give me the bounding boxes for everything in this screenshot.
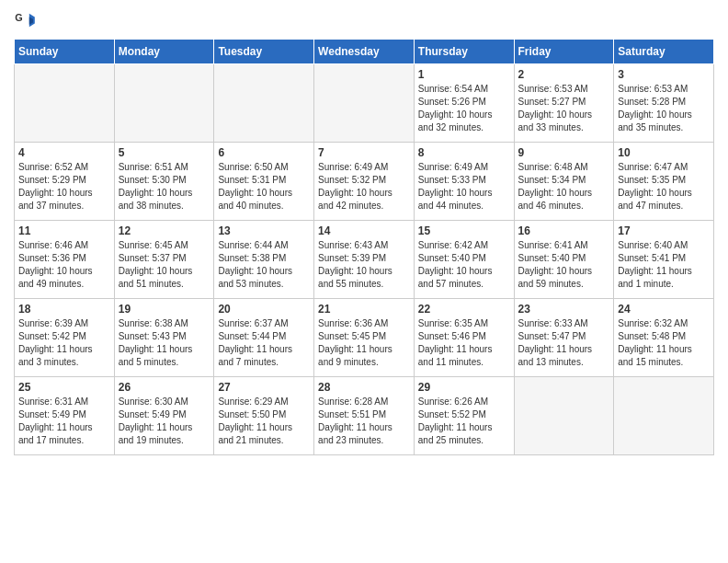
day-info: Sunrise: 6:37 AMSunset: 5:44 PMDaylight:… xyxy=(218,317,310,369)
weekday-header-monday: Monday xyxy=(114,40,214,64)
day-info: Sunrise: 6:39 AMSunset: 5:42 PMDaylight:… xyxy=(18,317,110,369)
day-info: Sunrise: 6:54 AMSunset: 5:26 PMDaylight:… xyxy=(418,83,510,134)
day-number: 27 xyxy=(218,381,310,394)
calendar-cell: 24Sunrise: 6:32 AMSunset: 5:48 PMDayligh… xyxy=(614,299,714,377)
calendar-cell: 21Sunrise: 6:36 AMSunset: 5:45 PMDayligh… xyxy=(314,299,415,377)
week-row-5: 25Sunrise: 6:31 AMSunset: 5:49 PMDayligh… xyxy=(15,377,714,455)
calendar-cell: 26Sunrise: 6:30 AMSunset: 5:49 PMDayligh… xyxy=(114,377,214,455)
day-info: Sunrise: 6:29 AMSunset: 5:50 PMDaylight:… xyxy=(218,396,310,447)
calendar-cell: 20Sunrise: 6:37 AMSunset: 5:44 PMDayligh… xyxy=(214,299,314,377)
calendar-cell: 18Sunrise: 6:39 AMSunset: 5:42 PMDayligh… xyxy=(15,299,115,377)
day-number: 22 xyxy=(418,303,510,316)
calendar-cell: 29Sunrise: 6:26 AMSunset: 5:52 PMDayligh… xyxy=(414,377,514,455)
day-info: Sunrise: 6:48 AMSunset: 5:34 PMDaylight:… xyxy=(518,161,610,213)
day-number: 10 xyxy=(618,146,710,159)
weekday-header-wednesday: Wednesday xyxy=(314,40,415,64)
day-number: 19 xyxy=(119,303,210,316)
calendar-cell: 12Sunrise: 6:45 AMSunset: 5:37 PMDayligh… xyxy=(114,221,214,299)
day-info: Sunrise: 6:51 AMSunset: 5:30 PMDaylight:… xyxy=(119,161,210,213)
day-number: 17 xyxy=(618,224,710,237)
logo-icon: G xyxy=(14,9,36,31)
calendar-cell: 17Sunrise: 6:40 AMSunset: 5:41 PMDayligh… xyxy=(614,221,714,299)
calendar-cell: 6Sunrise: 6:50 AMSunset: 5:31 PMDaylight… xyxy=(214,143,314,221)
week-row-4: 18Sunrise: 6:39 AMSunset: 5:42 PMDayligh… xyxy=(15,299,714,377)
day-info: Sunrise: 6:45 AMSunset: 5:37 PMDaylight:… xyxy=(119,239,210,291)
calendar-cell: 11Sunrise: 6:46 AMSunset: 5:36 PMDayligh… xyxy=(15,221,115,299)
calendar-cell: 8Sunrise: 6:49 AMSunset: 5:33 PMDaylight… xyxy=(414,143,514,221)
page-header: G xyxy=(14,9,714,31)
weekday-header-tuesday: Tuesday xyxy=(214,40,314,64)
day-number: 12 xyxy=(119,224,210,237)
calendar-cell: 3Sunrise: 6:53 AMSunset: 5:28 PMDaylight… xyxy=(614,64,714,143)
calendar-cell: 4Sunrise: 6:52 AMSunset: 5:29 PMDaylight… xyxy=(15,143,115,221)
day-info: Sunrise: 6:50 AMSunset: 5:31 PMDaylight:… xyxy=(218,161,310,213)
day-number: 9 xyxy=(518,146,610,159)
day-number: 25 xyxy=(18,381,110,394)
day-info: Sunrise: 6:44 AMSunset: 5:38 PMDaylight:… xyxy=(218,239,310,291)
day-info: Sunrise: 6:41 AMSunset: 5:40 PMDaylight:… xyxy=(518,239,610,291)
day-info: Sunrise: 6:47 AMSunset: 5:35 PMDaylight:… xyxy=(618,161,710,213)
calendar-cell xyxy=(214,64,314,143)
logo: G xyxy=(14,9,40,31)
calendar-cell: 2Sunrise: 6:53 AMSunset: 5:27 PMDaylight… xyxy=(514,64,614,143)
day-info: Sunrise: 6:42 AMSunset: 5:40 PMDaylight:… xyxy=(418,239,510,291)
day-info: Sunrise: 6:52 AMSunset: 5:29 PMDaylight:… xyxy=(18,161,110,213)
day-number: 20 xyxy=(218,303,310,316)
day-info: Sunrise: 6:38 AMSunset: 5:43 PMDaylight:… xyxy=(119,317,210,369)
day-info: Sunrise: 6:28 AMSunset: 5:51 PMDaylight:… xyxy=(318,396,410,447)
week-row-1: 1Sunrise: 6:54 AMSunset: 5:26 PMDaylight… xyxy=(15,64,714,143)
day-number: 4 xyxy=(18,146,110,159)
calendar-cell xyxy=(514,377,614,455)
calendar-cell: 9Sunrise: 6:48 AMSunset: 5:34 PMDaylight… xyxy=(514,143,614,221)
calendar-cell xyxy=(314,64,415,143)
calendar-cell: 22Sunrise: 6:35 AMSunset: 5:46 PMDayligh… xyxy=(414,299,514,377)
day-number: 11 xyxy=(18,224,110,237)
day-info: Sunrise: 6:49 AMSunset: 5:33 PMDaylight:… xyxy=(418,161,510,213)
day-number: 18 xyxy=(18,303,110,316)
day-number: 6 xyxy=(218,146,310,159)
weekday-header-friday: Friday xyxy=(514,40,614,64)
calendar-table: SundayMondayTuesdayWednesdayThursdayFrid… xyxy=(14,39,714,455)
day-number: 28 xyxy=(318,381,410,394)
svg-text:G: G xyxy=(15,12,22,23)
calendar-cell: 15Sunrise: 6:42 AMSunset: 5:40 PMDayligh… xyxy=(414,221,514,299)
day-number: 29 xyxy=(418,381,510,394)
calendar-cell: 28Sunrise: 6:28 AMSunset: 5:51 PMDayligh… xyxy=(314,377,415,455)
day-info: Sunrise: 6:35 AMSunset: 5:46 PMDaylight:… xyxy=(418,317,510,369)
day-number: 1 xyxy=(418,68,510,81)
day-number: 8 xyxy=(418,146,510,159)
day-info: Sunrise: 6:36 AMSunset: 5:45 PMDaylight:… xyxy=(318,317,410,369)
calendar-cell: 10Sunrise: 6:47 AMSunset: 5:35 PMDayligh… xyxy=(614,143,714,221)
day-info: Sunrise: 6:53 AMSunset: 5:28 PMDaylight:… xyxy=(618,83,710,134)
calendar-cell: 27Sunrise: 6:29 AMSunset: 5:50 PMDayligh… xyxy=(214,377,314,455)
day-info: Sunrise: 6:49 AMSunset: 5:32 PMDaylight:… xyxy=(318,161,410,213)
week-row-3: 11Sunrise: 6:46 AMSunset: 5:36 PMDayligh… xyxy=(15,221,714,299)
calendar-cell: 23Sunrise: 6:33 AMSunset: 5:47 PMDayligh… xyxy=(514,299,614,377)
weekday-header-sunday: Sunday xyxy=(15,40,115,64)
day-info: Sunrise: 6:40 AMSunset: 5:41 PMDaylight:… xyxy=(618,239,710,291)
day-number: 16 xyxy=(518,224,610,237)
day-info: Sunrise: 6:32 AMSunset: 5:48 PMDaylight:… xyxy=(618,317,710,369)
day-info: Sunrise: 6:26 AMSunset: 5:52 PMDaylight:… xyxy=(418,396,510,447)
day-number: 2 xyxy=(518,68,610,81)
week-row-2: 4Sunrise: 6:52 AMSunset: 5:29 PMDaylight… xyxy=(15,143,714,221)
calendar-cell: 1Sunrise: 6:54 AMSunset: 5:26 PMDaylight… xyxy=(414,64,514,143)
calendar-cell xyxy=(15,64,115,143)
weekday-header-row: SundayMondayTuesdayWednesdayThursdayFrid… xyxy=(15,40,714,64)
calendar-cell: 13Sunrise: 6:44 AMSunset: 5:38 PMDayligh… xyxy=(214,221,314,299)
day-number: 7 xyxy=(318,146,410,159)
day-info: Sunrise: 6:30 AMSunset: 5:49 PMDaylight:… xyxy=(119,396,210,447)
calendar-cell: 5Sunrise: 6:51 AMSunset: 5:30 PMDaylight… xyxy=(114,143,214,221)
weekday-header-saturday: Saturday xyxy=(614,40,714,64)
calendar-cell: 25Sunrise: 6:31 AMSunset: 5:49 PMDayligh… xyxy=(15,377,115,455)
day-info: Sunrise: 6:53 AMSunset: 5:27 PMDaylight:… xyxy=(518,83,610,134)
day-number: 5 xyxy=(119,146,210,159)
day-number: 26 xyxy=(119,381,210,394)
weekday-header-thursday: Thursday xyxy=(414,40,514,64)
day-number: 3 xyxy=(618,68,710,81)
day-info: Sunrise: 6:33 AMSunset: 5:47 PMDaylight:… xyxy=(518,317,610,369)
calendar-cell: 19Sunrise: 6:38 AMSunset: 5:43 PMDayligh… xyxy=(114,299,214,377)
calendar-cell: 16Sunrise: 6:41 AMSunset: 5:40 PMDayligh… xyxy=(514,221,614,299)
calendar-cell xyxy=(614,377,714,455)
day-number: 21 xyxy=(318,303,410,316)
